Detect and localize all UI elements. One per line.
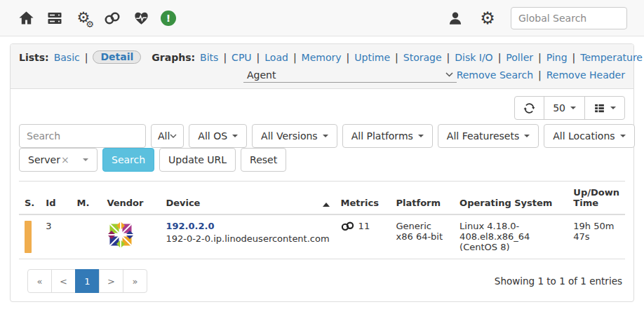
separator: | (223, 52, 227, 63)
device-hostname: 192-0-2-0.ip.linodeusercontent.com (166, 233, 329, 244)
devices-rack-icon[interactable] (46, 9, 64, 27)
user-icon[interactable] (446, 9, 464, 27)
state-select-value: All (158, 130, 170, 142)
graph-uptime-link[interactable]: Uptime (354, 52, 390, 63)
platforms-filter-button[interactable]: All Platforms (342, 124, 433, 148)
settings-gear-icon[interactable]: ⚙ (478, 9, 497, 27)
device-cell: 192.0.2.0 192-0-2-0.ip.linodeusercontent… (160, 214, 335, 259)
col-metrics[interactable]: Metrics (335, 182, 391, 215)
graph-ping-link[interactable]: Ping (546, 52, 568, 63)
metrics-count: 11 (358, 221, 370, 231)
graph-poller-link[interactable]: Poller (506, 52, 533, 63)
refresh-button[interactable] (514, 96, 544, 120)
column-chooser-button[interactable] (584, 96, 625, 120)
grid-toolbar-group: 50 (514, 96, 625, 120)
ports-link-icon[interactable] (103, 9, 121, 27)
col-device-label: Device (166, 198, 200, 208)
centos-logo-icon[interactable] (107, 221, 135, 249)
separator: | (447, 52, 450, 63)
chevron-down-icon (445, 72, 453, 77)
heading-links: Remove Search | Remove Header (457, 69, 625, 81)
col-device[interactable]: Device (160, 182, 335, 215)
reset-button[interactable]: Reset (241, 148, 286, 172)
separator: | (347, 52, 350, 63)
page-size-button[interactable]: 50 (544, 96, 585, 120)
agent-filter-select[interactable]: Agent (243, 67, 457, 83)
ports-link-icon[interactable] (341, 221, 354, 231)
platforms-filter-label: All Platforms (351, 130, 413, 142)
featuresets-filter-button[interactable]: All Featuresets (438, 124, 539, 148)
id-cell: 3 (40, 214, 71, 259)
services-gears-icon[interactable]: ⚙ ⚙ (74, 9, 93, 27)
uptime-cell: 19h 50m 47s (568, 214, 625, 259)
col-maintenance[interactable]: M. (72, 182, 102, 215)
maintenance-cell (72, 214, 102, 259)
caret-down-icon (524, 135, 530, 137)
vendor-cell (101, 214, 160, 259)
pagination-last-button[interactable]: » (123, 269, 147, 293)
os-filter-button[interactable]: All OS (189, 124, 247, 148)
locations-filter-button[interactable]: All Locations (544, 124, 634, 148)
caret-down-icon (620, 135, 626, 137)
lists-graphs-row: Lists: Basic | Detail Graphs: Bits | CPU… (19, 50, 625, 64)
global-search-input[interactable] (511, 7, 627, 29)
graph-load-link[interactable]: Load (264, 52, 288, 63)
versions-filter-button[interactable]: All Versions (252, 124, 337, 148)
separator: | (293, 52, 297, 63)
pagination-first-button[interactable]: « (27, 269, 52, 293)
pagination-page-1-button[interactable]: 1 (75, 269, 100, 293)
col-status[interactable]: S. (19, 182, 40, 215)
metrics-cell: 11 (335, 214, 391, 259)
remove-header-link[interactable]: Remove Header (546, 69, 625, 81)
alerts-status-badge[interactable]: ! (161, 11, 176, 26)
remove-tag-icon[interactable]: × (61, 154, 69, 165)
pagination-next-button[interactable]: > (99, 269, 123, 293)
list-detail-active[interactable]: Detail (93, 50, 141, 64)
separator: | (257, 52, 260, 63)
type-multiselect[interactable]: Server× (19, 148, 98, 172)
graph-temperature-link[interactable]: Temperature (580, 52, 643, 63)
remove-search-link[interactable]: Remove Search (457, 69, 533, 81)
separator: | (498, 52, 502, 63)
os-cell: Linux 4.18.0-408.el8.x86_64 (CentOS 8) (454, 214, 568, 259)
versions-filter-label: All Versions (261, 130, 318, 142)
col-uptime[interactable]: Up/Down Time (568, 182, 625, 215)
device-name-link[interactable]: 192.0.2.0 (166, 221, 214, 231)
os-filter-label: All OS (198, 130, 227, 142)
refresh-icon (523, 102, 535, 114)
graphs-label: Graphs: (152, 52, 195, 63)
status-warning-bar (25, 221, 32, 253)
health-heartbeat-icon[interactable] (132, 9, 150, 27)
graph-cpu-link[interactable]: CPU (232, 52, 251, 63)
sort-ascending-icon (323, 203, 330, 207)
home-icon[interactable] (17, 9, 35, 27)
pagination-prev-button[interactable]: < (51, 269, 76, 293)
col-id[interactable]: Id (40, 182, 71, 215)
graph-storage-link[interactable]: Storage (403, 52, 442, 63)
separator: | (538, 69, 542, 81)
state-select[interactable]: All (151, 124, 184, 148)
gear-icon: ⚙ (86, 20, 94, 29)
navbar-right: ⚙ (446, 7, 627, 29)
col-vendor[interactable]: Vendor (101, 182, 160, 215)
col-platform[interactable]: Platform (391, 182, 455, 215)
list-basic-link[interactable]: Basic (54, 52, 80, 63)
graph-memory-link[interactable]: Memory (302, 52, 342, 63)
search-button[interactable]: Search (102, 148, 154, 172)
separator: | (395, 52, 398, 63)
filters-row-1: All All OS All Versions All Platforms Al… (19, 124, 625, 148)
table-footer: « < 1 > » Showing 1 to 1 of 1 entries (19, 269, 625, 293)
featuresets-filter-label: All Featuresets (447, 130, 519, 142)
type-tag: Server× (28, 154, 69, 165)
col-os[interactable]: Operating System (454, 182, 568, 215)
graph-diskio-link[interactable]: Disk I/O (455, 52, 492, 63)
update-url-button[interactable]: Update URL (159, 148, 236, 172)
chevron-down-icon (170, 134, 177, 138)
device-search-input[interactable] (19, 124, 146, 148)
graph-bits-link[interactable]: Bits (200, 52, 218, 63)
separator: | (538, 52, 542, 63)
caret-down-icon (610, 107, 616, 109)
panel-heading: Lists: Basic | Detail Graphs: Bits | CPU… (11, 44, 633, 89)
caret-down-icon (232, 135, 238, 137)
lists-label: Lists: (19, 52, 49, 63)
